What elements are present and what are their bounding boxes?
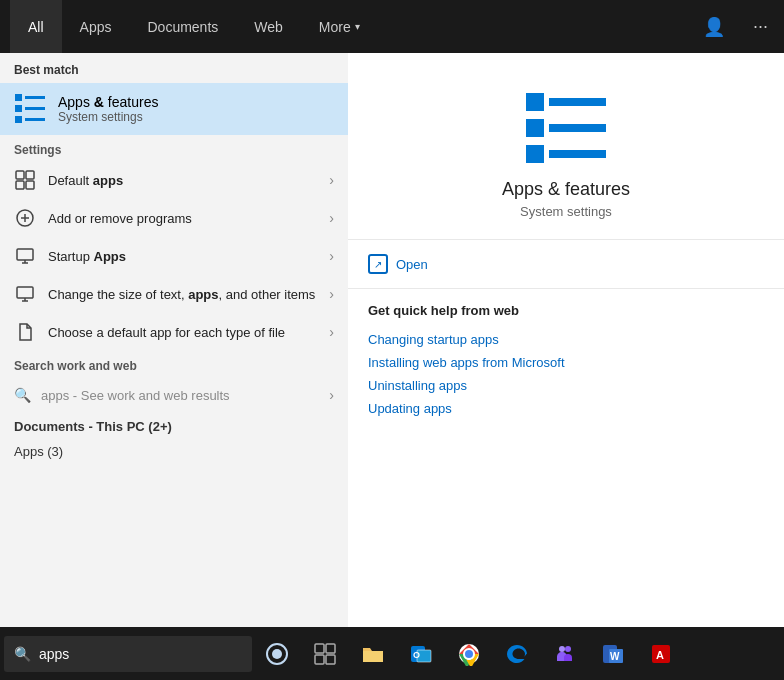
search-web-icon: 🔍 — [14, 387, 31, 403]
best-match-text: Apps & features System settings — [58, 94, 158, 124]
svg-rect-7 — [26, 171, 34, 179]
tab-documents[interactable]: Documents — [129, 0, 236, 53]
best-match-title: Apps & features — [58, 94, 158, 110]
search-input[interactable] — [39, 646, 242, 662]
svg-rect-1 — [25, 96, 45, 99]
open-label: Open — [396, 257, 428, 272]
default-apps-label: Default apps — [48, 173, 317, 188]
right-top: Apps & features System settings — [348, 53, 784, 240]
menu-item-default-apps[interactable]: Default apps › — [0, 161, 348, 199]
svg-rect-4 — [15, 116, 22, 123]
right-app-subtitle: System settings — [520, 204, 612, 219]
tab-all[interactable]: All — [10, 0, 62, 53]
svg-rect-13 — [17, 249, 33, 260]
word-button[interactable]: W — [590, 631, 636, 677]
task-view-button[interactable] — [302, 631, 348, 677]
apps-count: Apps (3) — [0, 440, 348, 463]
startup-apps-label: Startup Apps — [48, 249, 317, 264]
file-type-icon — [14, 321, 36, 343]
startup-apps-chevron: › — [329, 248, 334, 264]
tab-all-label: All — [28, 19, 44, 35]
cortana-button[interactable] — [254, 631, 300, 677]
help-link-0[interactable]: Changing startup apps — [368, 328, 764, 351]
best-match-item[interactable]: Apps & features System settings — [0, 83, 348, 135]
svg-rect-16 — [17, 287, 33, 298]
add-remove-chevron: › — [329, 210, 334, 226]
file-explorer-button[interactable] — [350, 631, 396, 677]
menu-item-text-size[interactable]: Change the size of text, apps, and other… — [0, 275, 348, 313]
text-size-label: Change the size of text, apps, and other… — [48, 287, 317, 302]
ellipsis-icon[interactable]: ··· — [747, 12, 774, 42]
tab-more-label: More — [319, 19, 351, 35]
open-button[interactable]: Open — [368, 254, 428, 274]
menu-item-add-remove[interactable]: Add or remove programs › — [0, 199, 348, 237]
svg-point-38 — [559, 646, 565, 652]
settings-label: Settings — [0, 135, 348, 161]
svg-point-37 — [565, 646, 571, 652]
default-apps-icon — [14, 169, 36, 191]
top-nav: All Apps Documents Web More ▾ 👤 ··· — [0, 0, 784, 53]
open-button-row: Open — [348, 240, 784, 289]
taskbar: 🔍 O — [0, 627, 784, 680]
app-icon — [526, 93, 606, 163]
search-web-item[interactable]: 🔍 apps - See work and web results › — [0, 377, 348, 413]
chrome-button[interactable] — [446, 631, 492, 677]
acrobat-icon: A — [649, 642, 673, 666]
svg-rect-21 — [526, 119, 544, 137]
svg-rect-20 — [549, 98, 606, 106]
svg-text:O: O — [413, 650, 420, 660]
open-icon — [368, 254, 388, 274]
teams-icon — [553, 642, 577, 666]
outlook-button[interactable]: O — [398, 631, 444, 677]
search-web-chevron: › — [329, 387, 334, 403]
menu-item-file-type[interactable]: Choose a default app for each type of fi… — [0, 313, 348, 351]
svg-rect-23 — [526, 145, 544, 163]
search-bar[interactable]: 🔍 — [4, 636, 252, 672]
tab-more-chevron: ▾ — [355, 21, 360, 32]
tab-apps[interactable]: Apps — [62, 0, 130, 53]
apps-features-icon — [14, 93, 46, 125]
edge-button[interactable] — [494, 631, 540, 677]
svg-point-26 — [272, 649, 282, 659]
person-icon[interactable]: 👤 — [697, 12, 731, 42]
tab-documents-label: Documents — [147, 19, 218, 35]
cortana-icon — [265, 642, 289, 666]
folder-icon — [361, 643, 385, 665]
help-link-1[interactable]: Installing web apps from Microsoft — [368, 351, 764, 374]
file-type-chevron: › — [329, 324, 334, 340]
text-size-chevron: › — [329, 286, 334, 302]
help-link-3[interactable]: Updating apps — [368, 397, 764, 420]
search-web-label: Search work and web — [0, 351, 348, 377]
svg-rect-22 — [549, 124, 606, 132]
quick-help-title: Get quick help from web — [368, 303, 764, 318]
svg-rect-9 — [26, 181, 34, 189]
outlook-icon: O — [409, 642, 433, 666]
default-apps-chevron: › — [329, 172, 334, 188]
svg-text:A: A — [656, 649, 664, 661]
svg-rect-6 — [16, 171, 24, 179]
word-icon: W — [601, 642, 625, 666]
right-app-title: Apps & features — [502, 179, 630, 200]
tab-apps-label: Apps — [80, 19, 112, 35]
help-link-2[interactable]: Uninstalling apps — [368, 374, 764, 397]
search-bar-icon: 🔍 — [14, 646, 31, 662]
add-remove-icon — [14, 207, 36, 229]
teams-button[interactable] — [542, 631, 588, 677]
svg-rect-3 — [25, 107, 45, 110]
tab-web-label: Web — [254, 19, 283, 35]
best-match-subtitle: System settings — [58, 110, 158, 124]
main-container: Best match Apps & features System settin… — [0, 53, 784, 680]
file-type-label: Choose a default app for each type of fi… — [48, 325, 317, 340]
tab-web[interactable]: Web — [236, 0, 301, 53]
svg-rect-28 — [326, 644, 335, 653]
menu-item-startup-apps[interactable]: Startup Apps › — [0, 237, 348, 275]
chrome-icon — [457, 642, 481, 666]
svg-rect-2 — [15, 105, 22, 112]
svg-text:W: W — [610, 651, 620, 662]
svg-point-36 — [465, 650, 473, 658]
acrobat-button[interactable]: A — [638, 631, 684, 677]
svg-rect-5 — [25, 118, 45, 121]
search-web-section: Search work and web 🔍 apps - See work an… — [0, 351, 348, 413]
tab-more[interactable]: More ▾ — [301, 0, 378, 53]
best-match-label: Best match — [0, 53, 348, 83]
